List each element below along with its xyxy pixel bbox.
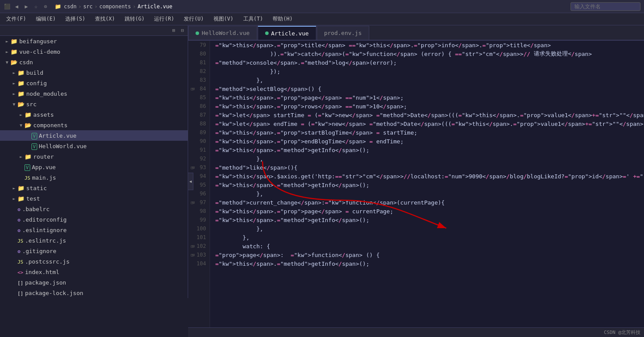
editor-area: HelloWorld.vueArticle.vueprod.env.js 798…	[188, 25, 644, 337]
folder-file-icon: 📂	[24, 122, 32, 129]
code-line-103[interactable]: ="prop">page</span>: ="kw">function</spa…	[210, 250, 644, 259]
nav-history[interactable]: ⊙	[41, 2, 50, 11]
tree-item-.editorconfig[interactable]: ⚙.editorconfig	[0, 214, 188, 225]
tree-item-node_modules[interactable]: ►📁node_modules	[0, 88, 188, 99]
tree-item-src[interactable]: ▼📂src	[0, 99, 188, 109]
menu-item-E[interactable]: 编辑(E)	[32, 14, 60, 24]
line-number-80: 80	[192, 49, 206, 58]
code-lines[interactable]: ="kw">this</span>.="prop">title</span> =…	[210, 41, 644, 327]
tree-item-Article.vue[interactable]: VArticle.vue	[0, 130, 188, 141]
line-number-94: 94	[192, 172, 206, 181]
breadcrumb-file[interactable]: Article.vue	[138, 3, 172, 10]
code-line-96[interactable]: },	[210, 189, 644, 198]
vue-dot-icon	[196, 31, 199, 35]
code-line-97[interactable]: ="method">current_change</span>:="kw">fu…	[210, 198, 644, 207]
tree-item-static[interactable]: ►📁static	[0, 183, 188, 193]
config-file-icon: ⚙	[18, 206, 21, 212]
code-container[interactable]: 798081828384⊟858687888990919293⊟94959697…	[188, 41, 644, 327]
tab-Article-vue[interactable]: Article.vue	[258, 26, 316, 40]
code-line-98[interactable]: ="kw">this</span>.="prop">page</span> = …	[210, 207, 644, 215]
folder-file-icon: 📁	[18, 185, 24, 191]
code-line-87[interactable]: ="kw">let</span> startTime = (="kw">new<…	[210, 111, 644, 119]
sidebar-wrapper: ⊞ ⊟ ►📁beifanguser►📁vue-cli-demo▼📂csdn►📁b…	[0, 25, 188, 337]
code-line-89[interactable]: ="kw">this</span>.="prop">startBlogTime<…	[210, 128, 644, 137]
tree-item-package-lock.json[interactable]: []package-lock.json	[0, 288, 188, 298]
tree-item-build[interactable]: ►📁build	[0, 67, 188, 78]
vue-dot-icon	[265, 31, 269, 35]
code-line-100[interactable]: },	[210, 224, 644, 233]
tree-item-config[interactable]: ►📁config	[0, 78, 188, 88]
code-line-83[interactable]: },	[210, 76, 644, 84]
menu-item-S[interactable]: 选择(S)	[61, 14, 90, 24]
tree-item-vue-cli-demo[interactable]: ►📁vue-cli-demo	[0, 46, 188, 57]
collapse-all-icon[interactable]: ⊟	[179, 27, 186, 34]
tree-label: static	[26, 185, 47, 191]
collapse-icon[interactable]: ⊟	[192, 87, 195, 91]
menu-item-R[interactable]: 运行(R)	[150, 14, 178, 24]
code-line-94[interactable]: ="kw">this</span>.$axios.get('http:=="st…	[210, 172, 644, 181]
tab-prod-env-js[interactable]: prod.env.js	[317, 26, 369, 40]
tree-item-package.json[interactable]: []package.json	[0, 277, 188, 288]
code-line-90[interactable]: ="kw">this</span>.="prop">endBlogTime</s…	[210, 137, 644, 146]
code-line-81[interactable]: ="method">console</span>.="method">log</…	[210, 58, 644, 67]
collapse-icon[interactable]: ⊟	[192, 244, 195, 248]
tree-label: App.vue	[32, 164, 56, 170]
code-line-93[interactable]: ="method">like</span>(){	[210, 163, 644, 172]
code-line-102[interactable]: watch: {	[210, 242, 644, 250]
breadcrumb-src[interactable]: src	[83, 3, 93, 10]
tree-item-components[interactable]: ▼📂components	[0, 120, 188, 130]
expand-all-icon[interactable]: ⊞	[170, 27, 177, 34]
code-line-84[interactable]: ="method">selectBlog</span>() {	[210, 84, 644, 93]
breadcrumb-components[interactable]: components	[99, 3, 131, 10]
code-line-82[interactable]: });	[210, 67, 644, 76]
collapse-icon[interactable]: ⊟	[192, 253, 195, 257]
code-line-85[interactable]: ="kw">this</span>.="prop">page</span> = …	[210, 93, 644, 102]
nav-bookmark[interactable]: ☆	[32, 2, 40, 11]
line-number-98: 98	[192, 207, 206, 215]
menu-item-V[interactable]: 视图(V)	[209, 14, 238, 24]
nav-forward[interactable]: ▶	[22, 2, 31, 11]
line-number-97: 97⊟	[192, 198, 206, 207]
menu-item-F[interactable]: 文件(F)	[2, 14, 31, 24]
nav-back[interactable]: ◀	[12, 2, 21, 11]
collapse-sidebar-button[interactable]: ◀	[188, 173, 193, 190]
tree-item-router[interactable]: ►📁router	[0, 151, 188, 162]
tree-item-beifanguser[interactable]: ►📁beifanguser	[0, 36, 188, 46]
arrow-closed-icon: ►	[18, 112, 24, 117]
code-line-88[interactable]: ="kw">let</span> endTime = (="kw">new</s…	[210, 119, 644, 128]
tree-item-index.html[interactable]: <>index.html	[0, 267, 188, 277]
code-line-104[interactable]: ="kw">this</span>.="method">getInfo</spa…	[210, 259, 644, 268]
code-line-95[interactable]: ="kw">this</span>.="method">getInfo</spa…	[210, 181, 644, 189]
code-line-101[interactable]: },	[210, 233, 644, 242]
code-line-99[interactable]: ="kw">this</span>.="method">getInfo</spa…	[210, 215, 644, 224]
tree-item-.eslintrc.js[interactable]: JS.eslintrc.js	[0, 235, 188, 246]
line-number-86: 86	[192, 102, 206, 111]
menu-item-U[interactable]: 发行(U)	[179, 14, 208, 24]
js-file-icon: JS	[18, 258, 23, 265]
tree-item-assets[interactable]: ►📁assets	[0, 109, 188, 120]
tree-item-HelloWorld.vue[interactable]: VHelloWorld.vue	[0, 141, 188, 151]
menu-item-G[interactable]: 跳转(G)	[120, 14, 149, 24]
file-search-input[interactable]	[570, 2, 640, 11]
code-line-92[interactable]: },	[210, 154, 644, 163]
tab-HelloWorld-vue[interactable]: HelloWorld.vue	[188, 26, 257, 40]
tree-item-.postcssrc.js[interactable]: JS.postcssrc.js	[0, 256, 188, 267]
menu-item-X[interactable]: 查找(X)	[91, 14, 119, 24]
breadcrumb-csdn[interactable]: csdn	[64, 3, 77, 10]
tree-item-.babelrc[interactable]: ⚙.babelrc	[0, 204, 188, 214]
tree-item-main.js[interactable]: JSmain.js	[0, 172, 188, 183]
code-line-91[interactable]: ="kw">this</span>.="method">getInfo</spa…	[210, 146, 644, 154]
collapse-icon[interactable]: ⊟	[192, 200, 195, 205]
code-line-80[interactable]: )).="kw">catch</span>(="kw">function</sp…	[210, 49, 644, 58]
collapse-icon[interactable]: ⊟	[192, 165, 195, 170]
tree-item-csdn[interactable]: ▼📂csdn	[0, 57, 188, 67]
tree-item-App.vue[interactable]: VApp.vue	[0, 162, 188, 172]
tree-item-test[interactable]: ►📁test	[0, 193, 188, 204]
menu-item-T[interactable]: 工具(T)	[239, 14, 268, 24]
brand-label: CSDN @北芳科技	[604, 329, 640, 336]
tree-item-.gitignore[interactable]: ⚙.gitignore	[0, 246, 188, 256]
tree-item-.eslintignore[interactable]: ⚙.eslintignore	[0, 225, 188, 235]
menu-item-H[interactable]: 帮助(H)	[268, 14, 297, 24]
code-line-79[interactable]: ="kw">this</span>.="prop">title</span> =…	[210, 41, 644, 49]
code-line-86[interactable]: ="kw">this</span>.="prop">rows</span> = …	[210, 102, 644, 111]
